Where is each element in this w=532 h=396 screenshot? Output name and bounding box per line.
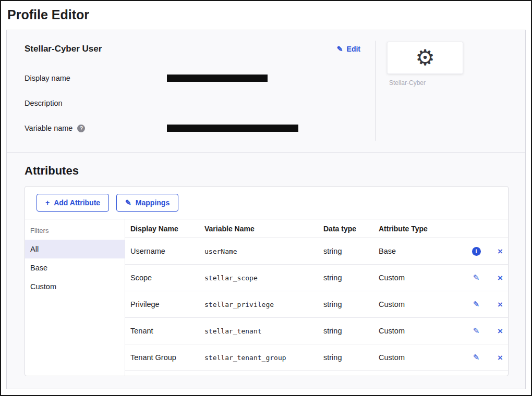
cell-data-type: string	[323, 353, 379, 362]
display-name-value-redacted	[167, 75, 268, 82]
cell-variable-name: stellar_tenant_group	[204, 354, 323, 362]
cell-display-name: Privilege	[130, 300, 204, 308]
profile-section: Stellar-Cyber User ✎ Edit Display name D…	[7, 30, 525, 153]
mappings-label: Mappings	[136, 199, 170, 207]
add-attribute-button[interactable]: + Add Attribute	[37, 194, 109, 212]
profile-details: Stellar-Cyber User ✎ Edit Display name D…	[25, 41, 375, 141]
table-row: Privilege stellar_privilege string Custo…	[125, 291, 508, 318]
edit-icon[interactable]: ✎	[473, 273, 480, 282]
cell-data-type: string	[323, 274, 379, 282]
col-display-name: Display Name	[130, 225, 204, 233]
page-title: Profile Editor	[7, 7, 89, 22]
edit-icon[interactable]: ✎	[473, 326, 480, 336]
cell-attribute-type: Custom	[379, 327, 462, 335]
cell-data-type: string	[323, 300, 379, 308]
table-row: Username userName string Base i ×	[125, 238, 508, 265]
attributes-heading: Attributes	[25, 164, 525, 178]
delete-icon[interactable]: ×	[498, 247, 503, 256]
cell-variable-name: stellar_tenant	[204, 327, 323, 335]
profile-logo-area: ⚙ Stellar-Cyber	[375, 41, 525, 141]
filter-item-custom[interactable]: Custom	[25, 277, 125, 296]
display-name-label: Display name	[25, 74, 167, 82]
field-variable-name: Variable name ?	[25, 116, 360, 141]
variable-name-value-redacted	[167, 125, 298, 132]
filters-label: Filters	[25, 224, 125, 240]
edit-icon[interactable]: ✎	[473, 353, 480, 362]
attributes-card: + Add Attribute ✎ Mappings Filters All B…	[25, 186, 509, 376]
table-header-row: Display Name Variable Name Data type Att…	[125, 219, 508, 238]
profile-name: Stellar-Cyber User	[25, 44, 102, 54]
filters-sidebar: Filters All Base Custom	[25, 219, 125, 376]
table-row: Tenant stellar_tenant string Custom ✎ ×	[125, 318, 508, 344]
edit-label: Edit	[347, 45, 360, 53]
gear-icon: ⚙	[415, 47, 435, 69]
cell-attribute-type: Custom	[379, 274, 462, 282]
edit-profile-button[interactable]: ✎ Edit	[337, 45, 360, 53]
variable-name-label-text: Variable name	[25, 124, 72, 132]
cell-attribute-type: Custom	[379, 353, 462, 362]
plus-icon: +	[45, 199, 50, 206]
cell-data-type: string	[323, 247, 379, 255]
variable-name-label: Variable name ?	[25, 124, 167, 132]
col-attribute-type: Attribute Type	[379, 225, 462, 233]
table-row: Scope stellar_scope string Custom ✎ ×	[125, 265, 508, 291]
cell-display-name: Scope	[130, 274, 204, 282]
delete-icon[interactable]: ×	[498, 300, 503, 309]
attributes-toolbar: + Add Attribute ✎ Mappings	[25, 187, 508, 219]
cell-data-type: string	[323, 327, 379, 335]
help-icon[interactable]: ?	[77, 125, 85, 132]
filter-item-base[interactable]: Base	[25, 258, 125, 277]
filter-item-all[interactable]: All	[25, 240, 125, 258]
cell-attribute-type: Custom	[379, 300, 462, 308]
col-data-type: Data type	[323, 225, 379, 233]
cell-attribute-type: Base	[379, 247, 462, 255]
edit-pencil-icon: ✎	[337, 45, 343, 53]
add-attribute-label: Add Attribute	[54, 199, 100, 207]
page-header: Profile Editor	[1, 1, 531, 30]
logo-caption: Stellar-Cyber	[389, 79, 525, 86]
cell-display-name: Username	[130, 247, 204, 255]
edit-icon[interactable]: ✎	[473, 300, 480, 309]
table-row: Tenant Group stellar_tenant_group string…	[125, 344, 508, 371]
cell-variable-name: userName	[204, 247, 323, 255]
info-icon[interactable]: i	[472, 247, 481, 256]
app-logo-card: ⚙	[387, 42, 463, 74]
cell-display-name: Tenant Group	[130, 353, 204, 362]
mappings-button[interactable]: ✎ Mappings	[116, 194, 178, 212]
delete-icon[interactable]: ×	[498, 274, 503, 282]
col-variable-name: Variable Name	[204, 225, 323, 233]
attributes-table: Display Name Variable Name Data type Att…	[125, 219, 508, 376]
cell-display-name: Tenant	[130, 327, 204, 335]
cell-variable-name: stellar_scope	[204, 274, 323, 282]
delete-icon[interactable]: ×	[498, 353, 503, 362]
mappings-pencil-icon: ✎	[125, 199, 131, 206]
main-panel: Stellar-Cyber User ✎ Edit Display name D…	[6, 30, 526, 389]
description-label: Description	[25, 99, 167, 107]
field-display-name: Display name	[25, 66, 360, 91]
delete-icon[interactable]: ×	[498, 327, 503, 336]
field-description: Description	[25, 91, 360, 116]
cell-variable-name: stellar_privilege	[204, 301, 323, 308]
